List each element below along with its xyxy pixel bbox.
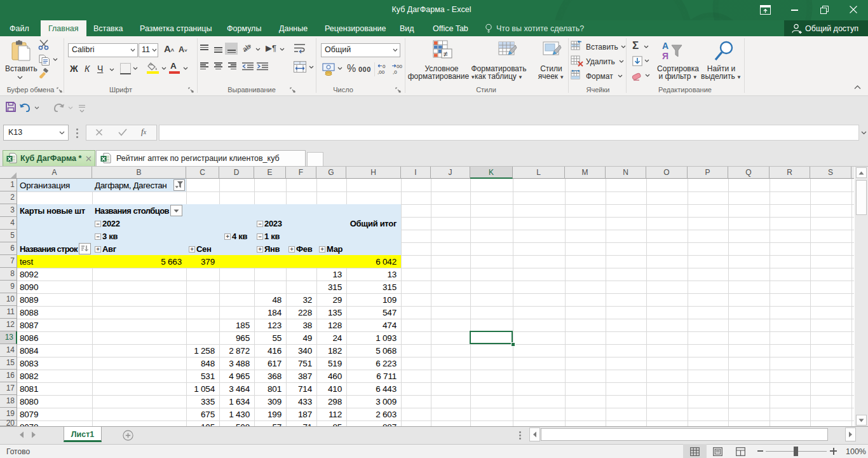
svg-text:,0: ,0 [393,69,397,75]
svg-text:0: 0 [383,64,386,69]
svg-text:,00: ,00 [377,69,385,75]
svg-text:Я: Я [662,51,668,61]
svg-text:≠: ≠ [444,50,448,59]
svg-text:А: А [662,41,668,51]
svg-text:00: 00 [397,64,402,69]
svg-text:ab: ab [243,43,252,53]
